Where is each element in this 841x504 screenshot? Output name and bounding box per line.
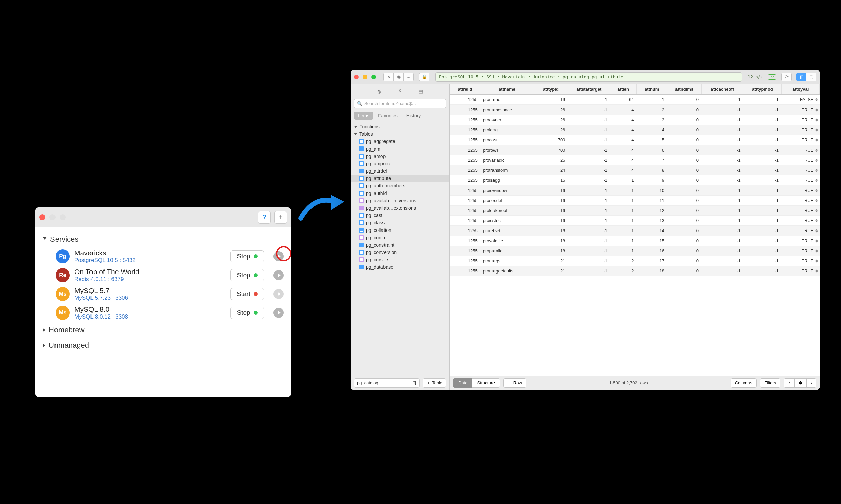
cell[interactable]: -1 xyxy=(701,165,743,175)
tree-item[interactable]: pg_authid xyxy=(350,190,449,197)
subtab-favorites[interactable]: Favorites xyxy=(374,111,402,120)
cell[interactable]: TRUE xyxy=(782,145,820,155)
stepper-icon[interactable] xyxy=(816,139,819,142)
cell[interactable]: -1 xyxy=(701,205,743,216)
cell[interactable]: -1 xyxy=(568,135,610,145)
table-row[interactable]: 1255proowner26-1430-1-1TRUE xyxy=(450,115,820,125)
cell[interactable]: 6 xyxy=(636,145,667,155)
cell[interactable]: 0 xyxy=(667,105,701,115)
cell[interactable]: 1 xyxy=(610,216,636,226)
stepper-icon[interactable] xyxy=(816,108,819,111)
cell[interactable]: 2 xyxy=(610,256,636,266)
column-header[interactable]: attnum xyxy=(636,84,667,95)
stepper-icon[interactable] xyxy=(816,239,819,242)
cell[interactable]: -1 xyxy=(743,196,782,205)
cell[interactable]: 0 xyxy=(667,145,701,155)
table-row[interactable]: 1255proname19-16410-1-1FALSE xyxy=(450,95,820,105)
cell[interactable]: TRUE xyxy=(782,115,820,125)
open-service-button[interactable] xyxy=(274,251,284,262)
cell[interactable]: -1 xyxy=(701,185,743,196)
tree-item[interactable]: pg_amproc xyxy=(350,160,449,167)
cell[interactable]: 5 xyxy=(636,135,667,145)
cell[interactable]: proisagg xyxy=(480,175,534,185)
cell[interactable]: 4 xyxy=(610,135,636,145)
cell[interactable]: 1 xyxy=(610,236,636,246)
schema-selector[interactable]: pg_catalog ⇅ xyxy=(354,378,420,388)
cell[interactable]: -1 xyxy=(701,266,743,276)
cell[interactable]: 1255 xyxy=(450,216,480,226)
zoom-button[interactable] xyxy=(372,75,376,79)
cell[interactable]: TRUE xyxy=(782,165,820,175)
cell[interactable]: pronamespace xyxy=(480,105,534,115)
group-homebrew[interactable]: Homebrew xyxy=(35,322,291,338)
cell[interactable]: -1 xyxy=(701,95,743,105)
cell[interactable]: -1 xyxy=(701,145,743,155)
cell[interactable]: -1 xyxy=(743,145,782,155)
cell[interactable]: 1255 xyxy=(450,246,480,256)
cell[interactable]: 15 xyxy=(636,236,667,246)
cell[interactable]: 10 xyxy=(636,185,667,196)
cell[interactable]: 64 xyxy=(610,95,636,105)
column-header[interactable]: attrelid xyxy=(450,84,480,95)
cell[interactable]: TRUE xyxy=(782,185,820,196)
help-button[interactable]: ? xyxy=(258,211,271,224)
table-row[interactable]: 1255pronamespace26-1420-1-1TRUE xyxy=(450,105,820,115)
column-header[interactable]: attbyval xyxy=(782,84,820,95)
cell[interactable]: -1 xyxy=(701,125,743,135)
layout-full-button[interactable]: ▢ xyxy=(806,73,817,81)
cell[interactable]: 1 xyxy=(610,205,636,216)
cell[interactable]: 0 xyxy=(667,95,701,105)
tree-item[interactable]: pg_config xyxy=(350,234,449,241)
cell[interactable]: 16 xyxy=(636,246,667,256)
cell[interactable]: proisstrict xyxy=(480,216,534,226)
cell[interactable]: prolang xyxy=(480,125,534,135)
cell[interactable]: 0 xyxy=(667,115,701,125)
cell[interactable]: 4 xyxy=(610,115,636,125)
cell[interactable]: 0 xyxy=(667,246,701,256)
cell[interactable]: -1 xyxy=(701,175,743,185)
tree-item[interactable]: pg_class xyxy=(350,219,449,227)
cell[interactable]: 4 xyxy=(610,145,636,155)
cell[interactable]: 1 xyxy=(636,95,667,105)
cell[interactable]: -1 xyxy=(743,246,782,256)
stepper-icon[interactable] xyxy=(816,118,819,121)
cell[interactable]: 4 xyxy=(610,105,636,115)
cell[interactable]: 1255 xyxy=(450,145,480,155)
cell[interactable]: 700 xyxy=(534,135,568,145)
cell[interactable]: 24 xyxy=(534,165,568,175)
table-row[interactable]: 1255proiswindow16-11100-1-1TRUE xyxy=(450,185,820,196)
cell[interactable]: 1255 xyxy=(450,155,480,165)
cell[interactable]: 26 xyxy=(534,155,568,165)
service-action-button[interactable]: Start xyxy=(230,288,264,300)
cell[interactable]: -1 xyxy=(701,115,743,125)
cell[interactable]: -1 xyxy=(701,236,743,246)
cell[interactable]: -1 xyxy=(743,185,782,196)
cell[interactable]: 700 xyxy=(534,145,568,155)
cell[interactable]: proparallel xyxy=(480,246,534,256)
cell[interactable]: 1255 xyxy=(450,236,480,246)
tree-group[interactable]: Functions xyxy=(350,123,449,130)
cell[interactable]: TRUE xyxy=(782,125,820,135)
cell[interactable]: -1 xyxy=(568,95,610,105)
table-row[interactable]: 1255prorows700-1460-1-1TRUE xyxy=(450,145,820,155)
tree-item[interactable]: pg_availab…n_versions xyxy=(350,197,449,204)
tree-item[interactable]: pg_constraint xyxy=(350,241,449,249)
cell[interactable]: -1 xyxy=(568,125,610,135)
add-row-button[interactable]: ＋ Row xyxy=(503,378,527,388)
column-header[interactable]: attcacheoff xyxy=(701,84,743,95)
cell[interactable]: 21 xyxy=(534,256,568,266)
cell[interactable]: 0 xyxy=(667,205,701,216)
stepper-icon[interactable] xyxy=(816,148,819,151)
cell[interactable]: -1 xyxy=(568,185,610,196)
tree-item[interactable]: pg_aggregate xyxy=(350,138,449,145)
stepper-icon[interactable] xyxy=(816,128,819,131)
column-header[interactable]: attndims xyxy=(667,84,701,95)
stepper-icon[interactable] xyxy=(816,219,819,222)
cell[interactable]: -1 xyxy=(743,115,782,125)
tree-item[interactable]: pg_am xyxy=(350,145,449,152)
cell[interactable]: -1 xyxy=(743,165,782,175)
cell[interactable]: 0 xyxy=(667,226,701,236)
columns-button[interactable]: Columns xyxy=(731,378,757,388)
cell[interactable]: 16 xyxy=(534,175,568,185)
service-action-button[interactable]: Stop xyxy=(230,250,264,263)
